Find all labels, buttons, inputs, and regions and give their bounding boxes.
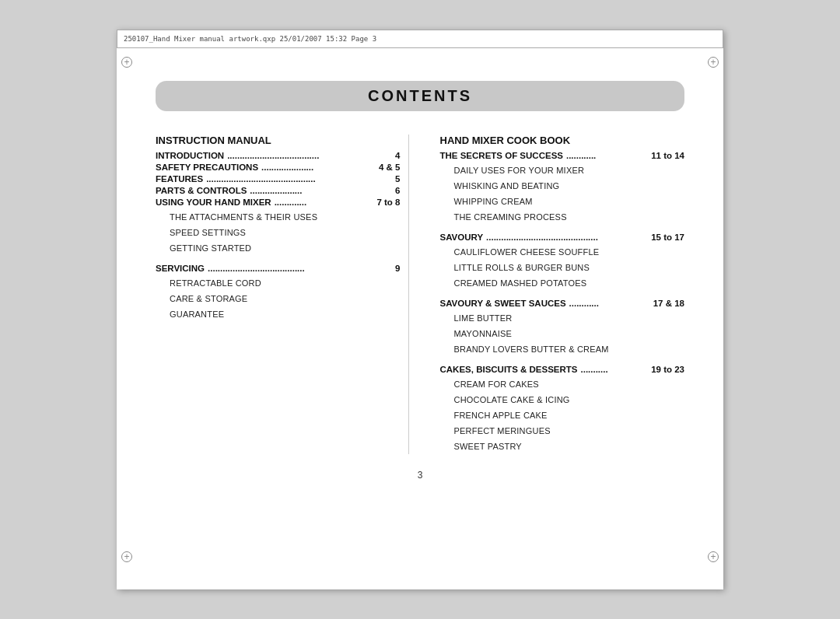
top-bar: 250107_Hand Mixer manual artwork.qxp 25/… [117,30,723,48]
toc-secrets: THE SECRETS OF SUCCESS ............ 11 t… [440,151,685,160]
right-column: HAND MIXER COOK BOOK THE SECRETS OF SUCC… [432,135,685,454]
whipping-label: WHIPPING CREAM [454,197,533,206]
lime-label: LIME BUTTER [454,313,513,323]
using-label: USING YOUR HAND MIXER [156,198,271,207]
sub-daily: DAILY USES FOR YOUR MIXER [454,163,685,177]
creaming-label: THE CREAMING PROCESS [454,212,567,222]
parts-label: PARTS & CONTROLS [156,186,247,195]
speed-label: SPEED SETTINGS [170,228,246,237]
reg-mark-bottom-left [121,551,132,562]
intro-dots: ..................................... [227,151,392,160]
reg-mark-top-left [121,57,132,68]
savoury-label: SAVOURY [440,233,484,242]
toc-safety: SAFETY PRECAUTIONS .....................… [156,163,401,172]
sub-speed: SPEED SETTINGS [170,225,401,239]
choc-cake-label: CHOCOLATE CAKE & ICING [454,395,570,404]
top-bar-text: 250107_Hand Mixer manual artwork.qxp 25/… [124,35,376,43]
sub-care: CARE & STORAGE [170,291,401,305]
secrets-dots: ............ [566,151,648,160]
servicing-page: 9 [395,264,400,273]
cauliflower-label: CAULIFLOWER CHEESE SOUFFLE [454,247,600,257]
sub-french-apple: FRENCH APPLE CAKE [454,407,685,421]
reg-mark-bottom-right [708,551,719,562]
toc-features: FEATURES ...............................… [156,174,401,184]
toc-savoury-sweet: SAVOURY & SWEET SAUCES ............ 17 &… [440,299,685,308]
french-apple-label: FRENCH APPLE CAKE [454,411,548,420]
sub-pastry: SWEET PASTRY [454,439,685,453]
savoury-sweet-page: 17 & 18 [653,299,684,308]
cakes-label: CAKES, BISCUITS & DESSERTS [440,365,578,374]
features-dots: ........................................… [206,174,392,184]
reg-mark-top-right [708,57,719,68]
sub-retractable: RETRACTABLE CORD [170,275,401,289]
sub-mayo: MAYONNAISE [454,326,685,340]
care-label: CARE & STORAGE [170,294,247,303]
sub-lime: LIME BUTTER [454,310,685,324]
toc-parts: PARTS & CONTROLS ..................... 6 [156,186,401,195]
secrets-label: THE SECRETS OF SUCCESS [440,151,563,160]
left-column: INSTRUCTION MANUAL INTRODUCTION ........… [156,135,409,454]
servicing-label: SERVICING [156,264,205,273]
pastry-label: SWEET PASTRY [454,442,522,451]
toc-servicing: SERVICING ..............................… [156,264,401,273]
toc-introduction: INTRODUCTION ...........................… [156,151,401,160]
page: 250107_Hand Mixer manual artwork.qxp 25/… [117,30,723,589]
using-page: 7 to 8 [376,198,400,207]
sub-guarantee: GUARANTEE [170,306,401,320]
savoury-dots: ........................................… [486,233,648,242]
toc-using: USING YOUR HAND MIXER ............. 7 to… [156,198,401,207]
safety-dots: ..................... [261,163,376,172]
brandy-label: BRANDY LOVERS BUTTER & CREAM [454,344,609,354]
left-heading: INSTRUCTION MANUAL [156,135,401,146]
cakes-dots: ........... [581,365,649,374]
parts-dots: ..................... [250,186,392,195]
safety-label: SAFETY PRECAUTIONS [156,163,258,172]
content-area: CONTENTS INSTRUCTION MANUAL INTRODUCTION… [140,73,700,488]
daily-label: DAILY USES FOR YOUR MIXER [454,166,585,175]
two-columns: INSTRUCTION MANUAL INTRODUCTION ........… [156,135,684,454]
features-page: 5 [395,174,400,184]
parts-page: 6 [395,186,400,195]
contents-title-bar: CONTENTS [156,81,684,111]
sub-meringues: PERFECT MERINGUES [454,423,685,437]
sub-choc-cake: CHOCOLATE CAKE & ICING [454,392,685,406]
cakes-page: 19 to 23 [651,365,684,374]
sub-whipping: WHIPPING CREAM [454,194,685,208]
sub-creaming: THE CREAMING PROCESS [454,209,685,223]
secrets-page: 11 to 14 [651,151,684,160]
savoury-sweet-dots: ............ [569,299,650,308]
page-number: 3 [156,470,684,481]
getting-started-label: GETTING STARTED [170,243,251,253]
cream-cakes-label: CREAM FOR CAKES [454,379,539,389]
sub-cream-cakes: CREAM FOR CAKES [454,376,685,390]
features-label: FEATURES [156,174,203,184]
toc-savoury: SAVOURY ................................… [440,233,685,242]
mashed-label: CREAMED MASHED POTATOES [454,278,587,288]
savoury-page: 15 to 17 [651,233,684,242]
rolls-label: LITTLE ROLLS & BURGER BUNS [454,263,590,272]
retractable-label: RETRACTABLE CORD [170,278,261,288]
savoury-sweet-label: SAVOURY & SWEET SAUCES [440,299,566,308]
servicing-dots: ....................................... [208,264,392,273]
meringues-label: PERFECT MERINGUES [454,426,551,435]
whisking-label: WHISKING AND BEATING [454,181,560,191]
attachments-label: THE ATTACHMENTS & THEIR USES [170,212,317,222]
using-dots: ............. [275,198,374,207]
intro-label: INTRODUCTION [156,151,224,160]
intro-page: 4 [395,151,400,160]
sub-brandy: BRANDY LOVERS BUTTER & CREAM [454,341,685,355]
safety-page: 4 & 5 [379,163,401,172]
sub-rolls: LITTLE ROLLS & BURGER BUNS [454,260,685,274]
sub-cauliflower: CAULIFLOWER CHEESE SOUFFLE [454,244,685,258]
sub-mashed: CREAMED MASHED POTATOES [454,275,685,289]
mayo-label: MAYONNAISE [454,329,513,338]
contents-title: CONTENTS [156,87,684,105]
sub-getting-started: GETTING STARTED [170,240,401,254]
sub-attachments: THE ATTACHMENTS & THEIR USES [170,209,401,223]
sub-whisking: WHISKING AND BEATING [454,178,685,192]
right-heading: HAND MIXER COOK BOOK [440,135,685,146]
toc-cakes: CAKES, BISCUITS & DESSERTS ........... 1… [440,365,685,374]
guarantee-label: GUARANTEE [170,310,224,319]
